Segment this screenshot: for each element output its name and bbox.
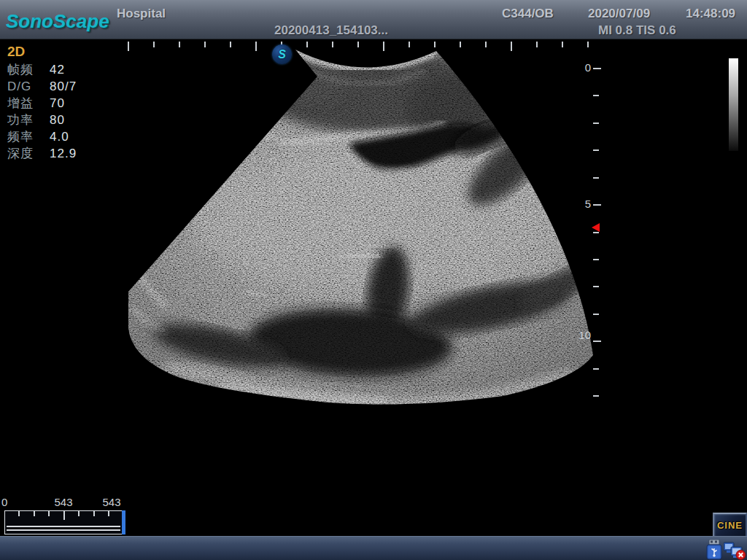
mode-label: 2D xyxy=(7,44,25,60)
ruler-tick xyxy=(536,42,538,47)
ruler-tick xyxy=(511,42,512,51)
cine-tick xyxy=(78,511,80,516)
ruler-tick xyxy=(383,42,384,51)
probe-preset: C344/OB xyxy=(502,7,554,20)
param-row: D/G80/7 xyxy=(7,79,117,95)
depth-label: 5 xyxy=(568,198,591,209)
depth-tick xyxy=(593,286,599,287)
ruler-tick xyxy=(485,42,487,47)
depth-tick xyxy=(593,149,599,151)
param-value: 12.9 xyxy=(50,146,77,162)
orientation-marker-icon: S xyxy=(272,44,292,64)
cine-tick xyxy=(48,511,50,516)
cine-track-line xyxy=(7,529,120,531)
depth-tick xyxy=(593,368,599,370)
ruler-tick xyxy=(357,42,359,47)
grayscale-bar xyxy=(729,58,738,151)
ruler-tick xyxy=(460,42,461,47)
depth-label: 10 xyxy=(568,330,591,341)
ultrasound-screen: SonoScape Hospital 20200413_154103... C3… xyxy=(0,0,747,560)
param-label: 频率 xyxy=(7,129,34,145)
ruler-tick xyxy=(204,42,206,47)
param-label: 帧频 xyxy=(7,62,34,78)
param-value: 80/7 xyxy=(50,79,77,95)
exam-id: 20200413_154103... xyxy=(274,23,388,37)
ruler-tick xyxy=(306,42,308,47)
param-label: 深度 xyxy=(7,146,34,162)
ruler-tick xyxy=(562,42,563,47)
ruler-tick xyxy=(434,42,436,47)
param-value: 70 xyxy=(50,96,65,112)
ruler-tick xyxy=(409,42,410,47)
cine-scrubber[interactable] xyxy=(4,510,124,534)
param-value: 42 xyxy=(50,62,65,78)
focus-marker-icon[interactable] xyxy=(592,223,600,232)
depth-tick xyxy=(593,259,599,260)
depth-tick xyxy=(593,95,599,96)
time-display: 14:48:09 xyxy=(686,7,735,20)
ruler-tick xyxy=(587,42,589,47)
mi-tis-values: MI 0.8 TIS 0.6 xyxy=(598,23,676,37)
depth-tick xyxy=(593,395,599,397)
param-label: 功率 xyxy=(7,112,34,128)
date-display: 2020/07/09 xyxy=(588,7,650,20)
cine-tick xyxy=(63,511,65,520)
cine-position-cursor[interactable] xyxy=(122,510,125,534)
ruler-tick xyxy=(255,42,257,51)
ruler-tick xyxy=(179,42,180,47)
ruler-tick xyxy=(128,42,129,51)
param-value: 80 xyxy=(50,112,65,128)
depth-tick xyxy=(593,177,599,179)
param-row: 深度12.9 xyxy=(7,146,117,162)
param-row: 频率4.0 xyxy=(7,129,117,145)
depth-tick xyxy=(593,314,599,315)
fan-sector xyxy=(109,36,620,416)
cine-tick xyxy=(93,511,95,516)
ruler-tick xyxy=(332,42,333,47)
depth-tick xyxy=(593,232,599,233)
usb-device-icon[interactable] xyxy=(705,540,723,560)
param-row: 帧频42 xyxy=(7,62,117,78)
cine-current-frame: 543 xyxy=(48,497,79,508)
ruler-tick xyxy=(153,42,155,47)
param-row: 功率80 xyxy=(7,112,117,128)
cine-total-frames: 543 xyxy=(96,497,127,508)
hospital-name: Hospital xyxy=(117,7,166,20)
depth-tick xyxy=(593,341,601,342)
cine-tick xyxy=(18,511,20,516)
depth-label: 0 xyxy=(568,62,591,73)
cine-button[interactable]: CINE xyxy=(713,513,747,539)
param-label: 增益 xyxy=(7,96,34,112)
cine-tick xyxy=(34,511,35,516)
param-value: 4.0 xyxy=(50,129,69,145)
depth-tick xyxy=(593,122,599,124)
cine-track-line xyxy=(7,526,120,527)
depth-tick xyxy=(593,204,601,206)
brand-logo: SonoScape xyxy=(6,11,109,31)
param-row: 增益70 xyxy=(7,96,117,112)
param-label: D/G xyxy=(7,79,31,95)
cine-start-frame: 0 xyxy=(1,497,7,508)
ruler-tick xyxy=(230,42,231,47)
cine-tick xyxy=(108,511,109,516)
taskbar xyxy=(0,536,747,560)
header-bar: SonoScape Hospital 20200413_154103... C3… xyxy=(0,0,747,39)
depth-tick xyxy=(593,68,601,69)
network-offline-icon[interactable] xyxy=(724,541,746,560)
